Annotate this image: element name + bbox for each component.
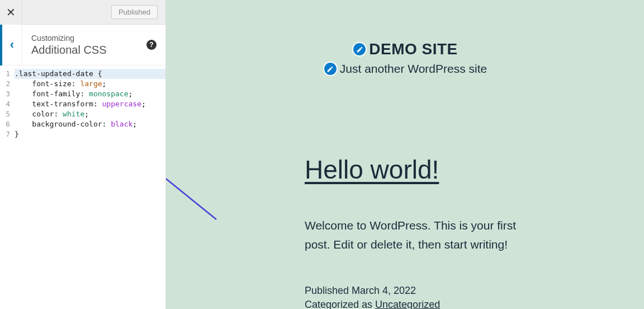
site-tagline: Just another WordPress site <box>340 62 487 76</box>
section-header: ‹ Customizing Additional CSS ? <box>0 25 165 65</box>
customizer-sidebar: ✕ Published ‹ Customizing Additional CSS… <box>0 0 166 309</box>
category-line: Categorized as Uncategorized <box>305 299 524 309</box>
section-name: Additional CSS <box>31 44 146 57</box>
code-line[interactable]: text-transform: uppercase; <box>15 99 165 109</box>
site-preview: DEMO SITE Just another WordPress site He… <box>166 0 644 309</box>
categorized-prefix: Categorized as <box>305 299 375 309</box>
code-line[interactable]: background-color: black; <box>15 119 165 129</box>
line-number: 3 <box>0 89 10 99</box>
close-icon: ✕ <box>6 6 16 19</box>
code-line[interactable]: } <box>15 129 165 139</box>
site-title-row: DEMO SITE <box>352 40 458 58</box>
code-line[interactable]: font-family: monospace; <box>15 89 165 99</box>
code-line[interactable]: .last-updated-date { <box>15 69 165 79</box>
published-date: March 4, 2022 <box>352 285 416 296</box>
pencil-icon <box>326 65 334 73</box>
line-number: 2 <box>0 79 10 89</box>
category-link[interactable]: Uncategorized <box>375 299 440 309</box>
section-titles: Customizing Additional CSS <box>22 34 146 57</box>
post-meta: Published March 4, 2022 Categorized as U… <box>305 285 524 309</box>
post-body: Welcome to WordPress. This is your first… <box>305 216 524 254</box>
css-editor[interactable]: 1234567 .last-updated-date { font-size: … <box>0 65 165 309</box>
help-icon: ? <box>149 41 153 49</box>
edit-title-button[interactable] <box>352 42 367 57</box>
line-number: 1 <box>0 69 10 79</box>
tagline-row: Just another WordPress site <box>323 62 487 76</box>
line-number: 5 <box>0 109 10 119</box>
line-number-gutter: 1234567 <box>0 69 15 309</box>
line-number: 4 <box>0 99 10 109</box>
close-button[interactable]: ✕ <box>0 0 22 25</box>
pencil-icon <box>356 46 363 53</box>
code-content[interactable]: .last-updated-date { font-size: large; f… <box>15 69 165 309</box>
published-button[interactable]: Published <box>111 5 158 19</box>
code-line[interactable]: color: white; <box>15 109 165 119</box>
customizing-label: Customizing <box>31 34 146 43</box>
customizer-topbar: ✕ Published <box>0 0 165 25</box>
line-number: 7 <box>0 129 10 139</box>
back-button[interactable]: ‹ <box>0 25 22 65</box>
edit-tagline-button[interactable] <box>323 62 338 76</box>
code-line[interactable]: font-size: large; <box>15 79 165 89</box>
site-header: DEMO SITE Just another WordPress site <box>166 0 644 76</box>
post: Hello world! Welcome to WordPress. This … <box>166 76 524 309</box>
site-title[interactable]: DEMO SITE <box>369 40 458 58</box>
published-line: Published March 4, 2022 <box>305 285 524 297</box>
line-number: 6 <box>0 119 10 129</box>
chevron-left-icon: ‹ <box>10 38 14 52</box>
published-prefix: Published <box>305 285 352 296</box>
post-title[interactable]: Hello world! <box>305 154 524 185</box>
help-button[interactable]: ? <box>146 40 157 50</box>
